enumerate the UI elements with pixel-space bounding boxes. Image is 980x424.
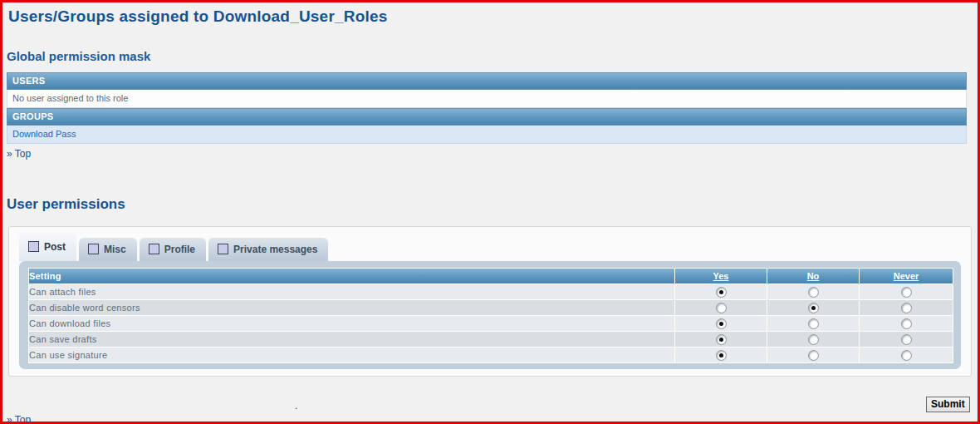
tab-content-area: Setting Yes No Never Can attach files Ca… (19, 261, 961, 369)
setting-label: Can disable word censors (29, 300, 674, 315)
page-title: Users/Groups assigned to Download_User_R… (8, 7, 387, 26)
radio-never[interactable] (901, 318, 912, 329)
no-users-row: No user assigned to this role (7, 90, 967, 108)
tab-checkbox-icon (28, 241, 39, 252)
global-permission-mask-heading: Global permission mask (7, 49, 150, 63)
setting-label: Can save drafts (29, 332, 674, 347)
radio-never[interactable] (901, 287, 912, 298)
radio-yes[interactable] (716, 287, 727, 298)
submit-button[interactable]: Submit (926, 397, 970, 412)
tab-checkbox-icon (218, 244, 228, 254)
radio-yes[interactable] (716, 318, 727, 329)
tab-label: Post (44, 241, 66, 253)
yes-all-link[interactable]: Yes (713, 271, 729, 281)
bottom-top-link[interactable]: » Top (7, 414, 31, 424)
tab-label: Private messages (233, 244, 317, 255)
setting-column-header: Setting (29, 269, 674, 283)
user-permissions-heading: User permissions (7, 196, 125, 213)
table-row: Can save drafts (29, 332, 953, 347)
table-row: Can use signature (29, 348, 953, 362)
table-header-row: Setting Yes No Never (29, 269, 953, 283)
radio-never[interactable] (901, 334, 912, 345)
never-column-header: Never (860, 269, 953, 283)
tab-profile[interactable]: Profile (140, 238, 206, 261)
table-row: Can attach files (29, 284, 953, 299)
setting-label: Can download files (29, 316, 674, 331)
tab-label: Profile (164, 244, 195, 255)
no-all-link[interactable]: No (807, 271, 820, 281)
admin-permissions-page: Users/Groups assigned to Download_User_R… (0, 0, 980, 424)
users-header-bar: USERS (7, 72, 967, 90)
table-row: Can disable word censors (29, 300, 953, 315)
radio-yes[interactable] (716, 350, 727, 361)
radio-no[interactable] (808, 318, 819, 329)
radio-no[interactable] (808, 287, 819, 298)
setting-label: Can attach files (29, 284, 674, 299)
groups-header-bar: GROUPS (7, 108, 967, 126)
tab-post[interactable]: Post (19, 233, 76, 261)
tab-checkbox-icon (149, 244, 159, 254)
user-permissions-panel: Post Misc Profile Private messages Setti… (8, 226, 972, 377)
tab-misc[interactable]: Misc (79, 238, 137, 261)
no-column-header: No (767, 269, 859, 283)
tab-checkbox-icon (88, 244, 99, 254)
tab-private-messages[interactable]: Private messages (208, 238, 328, 261)
setting-label: Can use signature (29, 348, 674, 362)
never-all-link[interactable]: Never (894, 271, 919, 281)
global-mask-table: USERS No user assigned to this role GROU… (7, 72, 967, 144)
yes-column-header: Yes (675, 269, 767, 283)
radio-no[interactable] (808, 303, 819, 313)
group-link-download-pass[interactable]: Download Pass (7, 126, 967, 144)
permission-tabs: Post Misc Profile Private messages (19, 233, 328, 261)
radio-no[interactable] (808, 350, 819, 361)
radio-no[interactable] (808, 334, 819, 345)
top-link[interactable]: » Top (7, 148, 31, 160)
radio-yes[interactable] (716, 334, 727, 345)
permissions-table: Setting Yes No Never Can attach files Ca… (28, 268, 953, 363)
table-row: Can download files (29, 316, 953, 331)
radio-yes[interactable] (716, 303, 727, 313)
tab-label: Misc (104, 244, 126, 255)
radio-never[interactable] (901, 303, 912, 313)
stray-period: . (295, 400, 297, 412)
radio-never[interactable] (901, 350, 912, 361)
